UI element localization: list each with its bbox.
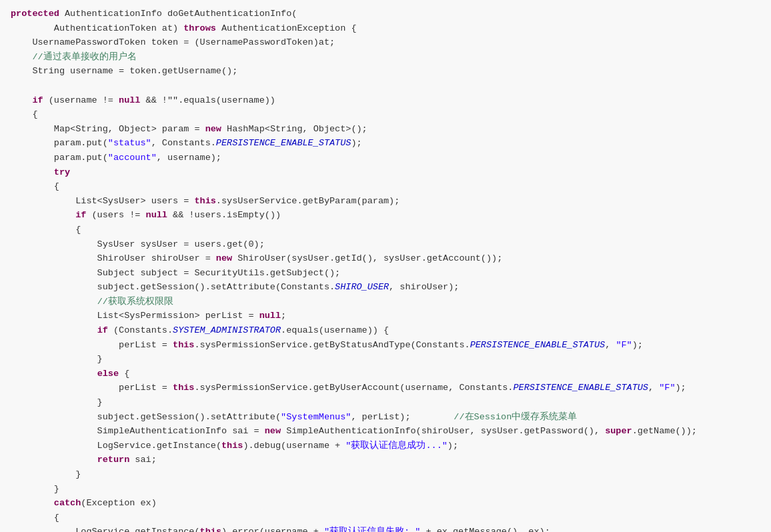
code-token: "account" (108, 153, 157, 163)
code-token: AuthenticationException { (216, 23, 357, 33)
code-token: param.put( (11, 138, 108, 148)
code-token: } (11, 469, 81, 479)
code-token: ( (216, 441, 221, 451)
code-line: { (11, 511, 760, 525)
code-token: String username = token.getUsername(); (11, 66, 237, 76)
code-token: else (97, 369, 119, 379)
code-line: param.put("status", Constants.PERSISTENC… (11, 136, 760, 151)
code-token (11, 455, 97, 465)
code-token: , (648, 383, 659, 393)
code-token: LogService. (11, 441, 157, 451)
code-token: , shiroUser); (389, 282, 459, 292)
code-line: if (users != null && !users.isEmpty()) (11, 208, 760, 223)
code-token: HashMap<String, Object>(); (221, 124, 367, 134)
code-token: ShiroUser shiroUser = (11, 253, 216, 263)
code-token: AuthenticationToken at) (11, 23, 183, 33)
code-line: AuthenticationToken at) throws Authentic… (11, 21, 760, 36)
code-token: this (221, 441, 243, 451)
code-token: PERSISTENCE_ENABLE_STATUS (513, 383, 648, 393)
code-token: new (216, 253, 232, 263)
code-token: { (119, 369, 129, 379)
code-token: "SystemMenus" (281, 412, 351, 422)
code-token: new (205, 124, 221, 134)
code-line: subject.getSession().setAttribute(Consta… (11, 280, 760, 295)
code-line: } (11, 395, 760, 410)
code-token: equals (183, 95, 216, 105)
code-token: , Constants. (151, 138, 216, 148)
code-token: param.put( (11, 153, 108, 163)
code-token: ); (676, 383, 686, 393)
code-token: Subject subject = SecurityUtils.getSubje… (11, 268, 340, 278)
code-token: , username); (157, 153, 221, 163)
code-token: (username != (43, 95, 119, 105)
code-token: (Exception ex) (81, 498, 156, 508)
code-token: SimpleAuthenticationInfo(shiroUser, sysU… (281, 426, 605, 436)
code-token: this (194, 196, 215, 206)
code-token (11, 210, 75, 220)
code-container: protected AuthenticationInfo doGetAuthen… (0, 0, 771, 532)
code-line: List<SysPermission> perList = null; (11, 309, 760, 323)
code-token: { (11, 225, 81, 235)
code-token: PERSISTENCE_ENABLE_STATUS (470, 340, 606, 350)
code-token: } (11, 484, 59, 494)
code-token: return (97, 455, 130, 465)
code-line: subject.getSession().setAttribute("Syste… (11, 410, 760, 425)
code-token: "F" (659, 383, 675, 393)
code-line: return sai; (11, 453, 760, 467)
code-line: catch(Exception ex) (11, 496, 760, 511)
code-token: AuthenticationInfo (59, 9, 167, 19)
code-line (11, 79, 760, 93)
code-token: new (265, 426, 281, 436)
code-token: (username)) (216, 95, 275, 105)
code-line: Map<String, Object> param = new HashMap<… (11, 122, 760, 137)
code-token: ShiroUser(sysUser.getId(), sysUser.getAc… (232, 253, 502, 263)
code-token: } (11, 397, 103, 407)
code-token: UsernamePasswordToken token = (UsernameP… (11, 37, 335, 47)
code-token: ; (281, 311, 286, 321)
code-token: { (11, 109, 38, 119)
code-token: ).debug(username + (243, 441, 345, 451)
code-token: + ex.getMessage(), ex); (420, 527, 550, 532)
code-token: ); (351, 138, 361, 148)
code-line: String username = token.getUsername(); (11, 64, 760, 79)
code-line: } (11, 482, 760, 497)
code-token: getInstance (157, 441, 216, 451)
code-token: super (605, 426, 632, 436)
code-line: } (11, 352, 760, 367)
code-token: List<SysPermission> perList = (11, 311, 259, 321)
code-block: protected AuthenticationInfo doGetAuthen… (11, 7, 760, 532)
code-line: perList = this.sysPermissionService.getB… (11, 381, 760, 395)
code-token: ).error(username + (221, 527, 324, 532)
code-token (11, 297, 97, 307)
code-token: //通过表单接收的用户名 (32, 52, 136, 62)
code-token (11, 369, 97, 379)
code-token: "获取认证信息成功..." (345, 441, 448, 451)
code-line: LogService.getInstance(this).error(usern… (11, 525, 760, 532)
code-token: subject.getSession().setAttribute(Consta… (11, 282, 335, 292)
code-line: try (11, 165, 760, 180)
code-token: SYSTEM_ADMINISTRATOR (173, 325, 281, 335)
code-line: { (11, 179, 760, 194)
code-line: protected AuthenticationInfo doGetAuthen… (11, 7, 760, 21)
code-token: } (11, 354, 103, 364)
code-line: if (Constants.SYSTEM_ADMINISTRATOR.equal… (11, 323, 760, 338)
code-token: "获取认证信息失败: " (324, 527, 420, 532)
code-line: } (11, 467, 760, 482)
code-token: perList = (11, 383, 173, 393)
code-line: { (11, 223, 760, 237)
code-token: .sysUserService.getByParam(param); (216, 196, 400, 206)
code-token: catch (54, 498, 81, 508)
code-token: SimpleAuthenticationInfo sai = (11, 426, 265, 436)
code-token: getInstance (135, 527, 194, 532)
code-token: .sysPermissionService.getByStatusAndType… (194, 340, 470, 350)
code-token: try (54, 167, 70, 177)
code-token: PERSISTENCE_ENABLE_STATUS (216, 138, 351, 148)
code-token: if (32, 95, 43, 105)
code-token: Map<String, Object> param = (11, 124, 205, 134)
code-line: if (username != null && !"".equals(usern… (11, 93, 760, 108)
code-line: SysUser sysUser = users.get(0); (11, 237, 760, 252)
code-token: subject.getSession().setAttribute( (11, 412, 281, 422)
code-token: protected (11, 9, 59, 19)
code-token (11, 498, 54, 508)
code-token: //在Session中缓存系统菜单 (454, 412, 577, 422)
